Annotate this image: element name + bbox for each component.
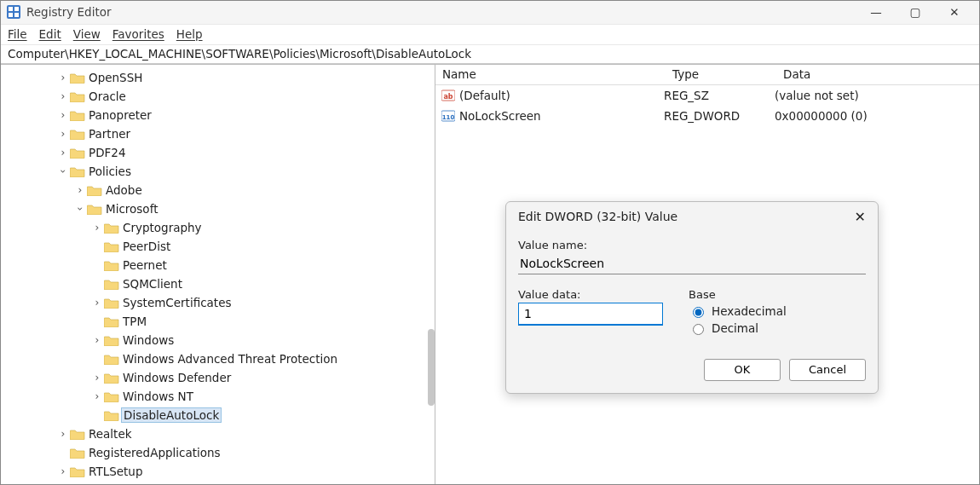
address-bar[interactable]: Computer\HKEY_LOCAL_MACHINE\SOFTWARE\Pol… [1,45,979,64]
window-root: Registry Editor — ▢ ✕ File Edit View Fav… [0,0,980,485]
minimize-button[interactable]: — [856,1,896,24]
tree-node-policies[interactable]: ›Policies [1,162,435,181]
tree-node-panopreter[interactable]: ›Panopreter [1,106,435,124]
menu-help[interactable]: Help [176,27,203,41]
tree-node-microsoft[interactable]: ›Microsoft [1,199,435,218]
chevron-right-icon[interactable]: › [56,109,70,121]
tree-node-adobe[interactable]: ›Adobe [1,181,435,199]
folder-icon [70,109,85,121]
menu-edit[interactable]: Edit [39,27,61,41]
tree-node-registeredapplications[interactable]: RegisteredApplications [1,443,435,462]
menu-favorites[interactable]: Favorites [112,27,164,41]
chevron-right-icon[interactable]: › [90,297,104,309]
radio-hex-input[interactable] [693,307,704,318]
tree-node-peernet[interactable]: Peernet [1,256,435,274]
column-data[interactable]: Data [776,65,979,84]
tree-node-rtlsetup[interactable]: ›RTLSetup [1,462,435,481]
value-data-input[interactable] [518,303,663,326]
folder-icon [87,203,102,215]
folder-icon [70,465,85,477]
tree-node-windows-nt[interactable]: ›Windows NT [1,387,435,406]
tree-node-oracle[interactable]: ›Oracle [1,87,435,106]
ok-button[interactable]: OK [704,359,781,381]
value-row-default[interactable]: (Default) REG_SZ (value not set) [435,85,979,106]
radio-dec-input[interactable] [693,324,704,335]
chevron-right-icon[interactable]: › [56,90,70,102]
menu-file[interactable]: File [8,27,27,41]
folder-icon [104,222,119,234]
chevron-down-icon[interactable]: › [57,165,69,178]
folder-icon [70,165,85,177]
folder-icon [70,428,85,440]
menu-view[interactable]: View [73,27,101,41]
column-name[interactable]: Name [435,65,666,84]
base-label: Base [689,288,866,301]
window-title: Registry Editor [26,5,112,19]
folder-icon [104,240,119,252]
tree-node-openssh[interactable]: ›OpenSSH [1,68,435,87]
dialog-close-icon[interactable]: ✕ [855,209,866,225]
scrollbar-thumb[interactable] [428,329,435,406]
column-type[interactable]: Type [666,65,776,84]
tree-node-cryptography[interactable]: ›Cryptography [1,218,435,237]
value-row-nolockscreen[interactable]: NoLockScreen REG_DWORD 0x00000000 (0) [435,106,979,126]
chevron-right-icon[interactable]: › [90,222,104,234]
string-value-icon [441,88,456,103]
chevron-down-icon[interactable]: › [74,202,86,216]
folder-icon [104,259,119,271]
tree-node-realtek[interactable]: ›Realtek [1,424,435,443]
value-name-label: Value name: [518,239,866,251]
cancel-button[interactable]: Cancel [789,359,866,381]
folder-icon [70,447,85,459]
value-data-label: Value data: [518,288,672,301]
chevron-right-icon[interactable]: › [90,372,104,384]
tree-node-sqmclient[interactable]: SQMClient [1,274,435,293]
folder-icon [104,315,119,327]
tree-node-watp[interactable]: Windows Advanced Threat Protection [1,349,435,368]
column-headers: Name Type Data [435,65,979,85]
dialog-title: Edit DWORD (32-bit) Value [518,210,855,223]
app-icon [6,4,21,20]
tree-pane: ›OpenSSH ›Oracle ›Panopreter ›Partner ›P… [1,65,435,484]
folder-icon [70,72,85,84]
tree-node-pdf24[interactable]: ›PDF24 [1,143,435,162]
dword-value-icon [441,108,456,124]
tree-node-peerdist[interactable]: PeerDist [1,237,435,256]
title-bar: Registry Editor — ▢ ✕ [1,1,979,25]
tree-node-systemcertificates[interactable]: ›SystemCertificates [1,293,435,312]
close-button[interactable]: ✕ [935,1,974,24]
address-path: Computer\HKEY_LOCAL_MACHINE\SOFTWARE\Pol… [8,47,471,61]
folder-icon [70,90,85,102]
edit-dword-dialog: Edit DWORD (32-bit) Value ✕ Value name: … [505,201,879,394]
maximize-button[interactable]: ▢ [896,1,935,24]
folder-icon [104,278,119,290]
value-name-input[interactable] [518,253,866,274]
folder-icon [70,128,85,140]
chevron-right-icon[interactable]: › [56,147,70,159]
dialog-titlebar: Edit DWORD (32-bit) Value ✕ [506,202,878,232]
folder-icon [70,147,85,159]
chevron-right-icon[interactable]: › [73,184,87,196]
tree-node-tpm[interactable]: TPM [1,312,435,331]
chevron-right-icon[interactable]: › [56,465,70,477]
values-pane: Name Type Data (Default) REG_SZ (value n… [435,65,979,484]
content-area: ›OpenSSH ›Oracle ›Panopreter ›Partner ›P… [1,64,979,484]
chevron-right-icon[interactable]: › [90,334,104,346]
radio-decimal[interactable]: Decimal [689,321,866,335]
folder-icon [104,353,119,365]
chevron-right-icon[interactable]: › [56,72,70,84]
folder-icon [104,372,119,384]
tree-node-disableautolock[interactable]: DisableAutoLock [1,406,435,424]
tree-node-partner[interactable]: ›Partner [1,124,435,143]
folder-icon [104,297,119,309]
chevron-right-icon[interactable]: › [56,128,70,140]
chevron-right-icon[interactable]: › [90,390,104,402]
folder-icon [104,334,119,346]
registry-tree[interactable]: ›OpenSSH ›Oracle ›Panopreter ›Partner ›P… [1,65,435,484]
radio-hexadecimal[interactable]: Hexadecimal [689,304,866,318]
folder-icon [104,409,119,421]
folder-icon [87,184,102,196]
tree-node-windows[interactable]: ›Windows [1,331,435,349]
chevron-right-icon[interactable]: › [56,428,70,440]
tree-node-windows-defender[interactable]: ›Windows Defender [1,368,435,387]
